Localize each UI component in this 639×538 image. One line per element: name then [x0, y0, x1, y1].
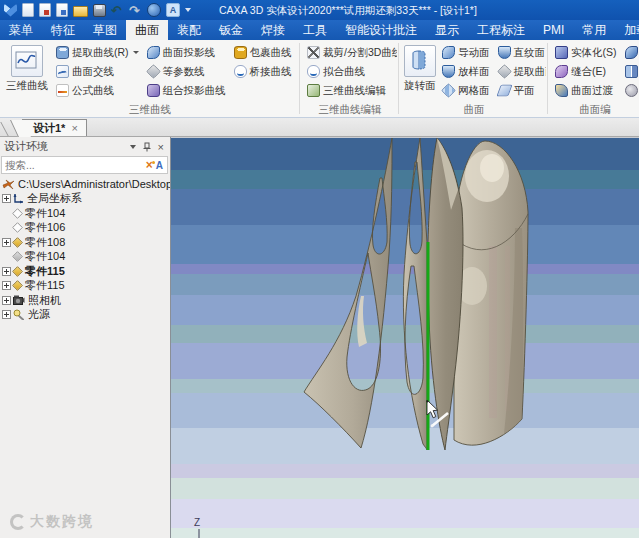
- tab-feature[interactable]: 特征: [42, 20, 84, 40]
- expander-icon[interactable]: [2, 281, 11, 290]
- new-file-icon[interactable]: [22, 3, 34, 17]
- panel-title: 设计环境: [4, 139, 130, 154]
- expander-icon[interactable]: [2, 194, 11, 203]
- tab-load[interactable]: 加载: [615, 20, 639, 40]
- panel-close-icon[interactable]: ×: [158, 142, 164, 152]
- tree-item-camera[interactable]: 照相机: [2, 293, 170, 308]
- app-menu-chevron-icon[interactable]: [4, 4, 17, 17]
- axis-indicator: Z: [194, 517, 200, 538]
- title-bar: ↶ ↷ A CAXA 3D 实体设计2020***试用期还剩33天*** - […: [0, 0, 639, 20]
- mesh-surface-icon: [441, 83, 456, 98]
- tab-weld[interactable]: 焊接: [252, 20, 294, 40]
- ribbon-group-3d-curve: 三维曲线 提取曲线(R) 曲面交线 公式曲线 曲面投影线 等参数线 组合投影曲线…: [0, 40, 298, 117]
- mesh-surface-button[interactable]: 网格面: [440, 81, 492, 100]
- tree-item-light[interactable]: 光源: [2, 308, 170, 323]
- bridge-curve-button[interactable]: 桥接曲线: [232, 62, 294, 81]
- surface-intersection-button[interactable]: 曲面交线: [54, 62, 141, 81]
- group-separator: [299, 43, 300, 114]
- offset-surface-button[interactable]: 偏移曲: [623, 62, 639, 81]
- annotation-snap-icon[interactable]: A: [166, 3, 180, 17]
- isoparametric-button[interactable]: 等参数线: [145, 62, 228, 81]
- web-icon[interactable]: [147, 3, 161, 17]
- tab-smart-annotation[interactable]: 智能设计批注: [336, 20, 426, 40]
- tab-pmi[interactable]: PMI: [534, 20, 573, 40]
- sweep-surface-button[interactable]: 导动面: [440, 43, 492, 62]
- watermark-logo-icon: [10, 514, 26, 530]
- tree-item-part-selected[interactable]: 零件115: [2, 264, 170, 279]
- tree-item-part[interactable]: 零件104: [2, 250, 170, 265]
- model-flame-sheet-middle[interactable]: [403, 138, 427, 450]
- tab-sketch[interactable]: 草图: [84, 20, 126, 40]
- tab-sheetmetal[interactable]: 钣金: [210, 20, 252, 40]
- tree-item-global-coords[interactable]: 全局坐标系: [2, 192, 170, 207]
- document-tab-label: 设计1*: [33, 121, 65, 136]
- tree-root-scene[interactable]: C:\Users\Administrator\Desktop\: [2, 177, 170, 192]
- surface-extend-button[interactable]: 曲面延: [623, 43, 639, 62]
- part-icon: [12, 251, 23, 262]
- fit-curve-icon: [307, 65, 320, 78]
- expander-icon[interactable]: [2, 238, 11, 247]
- fit-curve-button[interactable]: 拟合曲线: [305, 62, 397, 81]
- chevron-down-icon[interactable]: [133, 51, 139, 54]
- tab-menu[interactable]: 菜单: [0, 20, 42, 40]
- search-input[interactable]: [2, 159, 144, 172]
- trim-button[interactable]: 裁剪: [623, 81, 639, 100]
- tab-tools[interactable]: 工具: [294, 20, 336, 40]
- panel-menu-icon[interactable]: [130, 145, 136, 149]
- part-icon: [12, 208, 23, 219]
- model-flame-sheet-left[interactable]: [304, 138, 392, 448]
- revolve-surface-big-button[interactable]: 旋转面: [404, 43, 436, 93]
- extract-curve-button[interactable]: 提取曲线(R): [54, 43, 141, 62]
- surface-projection-button[interactable]: 曲面投影线: [145, 43, 228, 62]
- surface-blend-button[interactable]: 曲面过渡: [553, 81, 619, 100]
- expander-icon[interactable]: [2, 296, 11, 305]
- pin-icon[interactable]: [143, 142, 151, 152]
- import-image-icon[interactable]: [56, 3, 68, 17]
- tree-item-part[interactable]: 零件104: [2, 206, 170, 221]
- scissors-icon: [307, 46, 320, 59]
- search-filter-icon[interactable]: A: [155, 160, 167, 171]
- loft-surface-button[interactable]: 放样面: [440, 62, 492, 81]
- 3d-viewport[interactable]: Z: [171, 137, 639, 538]
- document-tab-close-icon[interactable]: ×: [71, 122, 77, 134]
- extract-surface-button[interactable]: 提取曲面: [496, 62, 547, 81]
- 3d-curve-icon: [11, 45, 43, 77]
- combined-projection-button[interactable]: 组合投影曲线: [145, 81, 228, 100]
- save-icon[interactable]: [93, 4, 106, 17]
- ruled-surface-button[interactable]: 直纹面: [496, 43, 547, 62]
- solidify-button[interactable]: 实体化(S): [553, 43, 619, 62]
- tree-item-part[interactable]: 零件106: [2, 221, 170, 236]
- trim-split-3d-curve-button[interactable]: 裁剪/分割3D曲线: [305, 43, 397, 62]
- surface-blend-icon: [555, 84, 568, 97]
- open-folder-icon[interactable]: [73, 6, 88, 17]
- redo-icon[interactable]: ↷: [129, 4, 142, 17]
- wrap-curve-button[interactable]: 包裹曲线: [232, 43, 294, 62]
- model-bullet-body[interactable]: [454, 141, 528, 445]
- watermark: 大数跨境: [10, 513, 94, 531]
- tab-engineering-dim[interactable]: 工程标注: [468, 20, 534, 40]
- tab-surface[interactable]: 曲面: [126, 20, 168, 40]
- offset-surface-icon: [625, 65, 638, 78]
- tree-item-part[interactable]: 零件108: [2, 235, 170, 250]
- ribbon: 三维曲线 提取曲线(R) 曲面交线 公式曲线 曲面投影线 等参数线 组合投影曲线…: [0, 40, 639, 118]
- tab-assembly[interactable]: 装配: [168, 20, 210, 40]
- design-tree: C:\Users\Administrator\Desktop\ 全局坐标系 零件…: [0, 174, 170, 322]
- formula-curve-button[interactable]: 公式曲线: [54, 81, 141, 100]
- combined-projection-icon: [147, 84, 160, 97]
- plane-icon: [496, 85, 512, 97]
- export-image-icon[interactable]: [39, 3, 51, 17]
- qat-dropdown-icon[interactable]: [185, 8, 191, 12]
- sew-button[interactable]: 缝合(E): [553, 62, 619, 81]
- document-tab-design1[interactable]: 设计1* ×: [22, 119, 87, 136]
- revolve-surface-icon: [404, 45, 436, 77]
- undo-icon[interactable]: ↶: [111, 4, 124, 17]
- plane-button[interactable]: 平面: [496, 81, 547, 100]
- tab-display[interactable]: 显示: [426, 20, 468, 40]
- tab-common[interactable]: 常用: [573, 20, 615, 40]
- ribbon-tab-bar: 菜单 特征 草图 曲面 装配 钣金 焊接 工具 智能设计批注 显示 工程标注 P…: [0, 20, 639, 40]
- expander-icon[interactable]: [2, 310, 11, 319]
- 3d-curve-big-button[interactable]: 三维曲线: [4, 43, 50, 93]
- expander-icon[interactable]: [2, 267, 11, 276]
- 3d-curve-edit-button[interactable]: 三维曲线编辑: [305, 81, 397, 100]
- tree-item-part[interactable]: 零件115: [2, 279, 170, 294]
